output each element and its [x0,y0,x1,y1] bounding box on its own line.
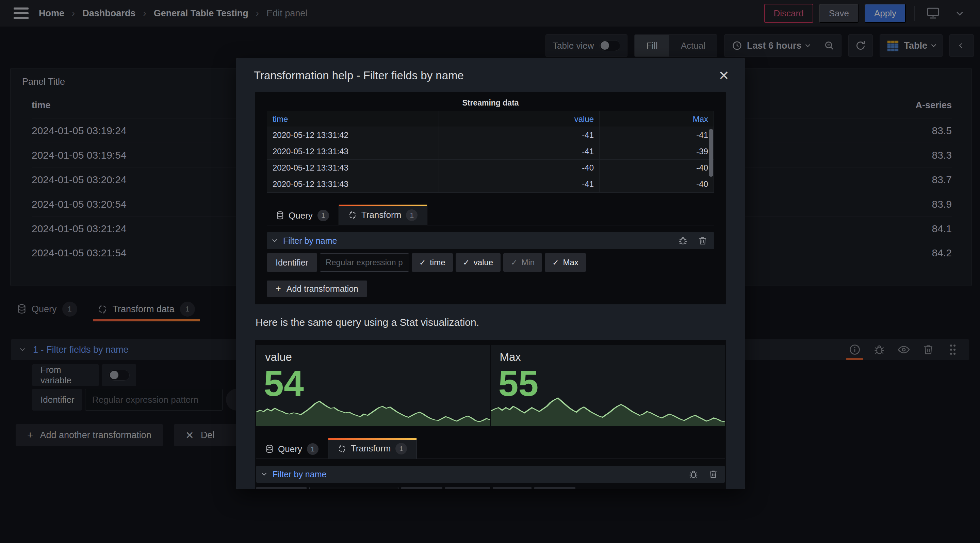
sparkline-chart [491,394,725,426]
scrollbar-thumb[interactable] [709,129,713,177]
modal-body: Streaming data time value Max 2020-05-12… [236,88,745,489]
streaming-row: 2020-05-12 13:31:43-41-40 [267,176,714,192]
field-chip-min[interactable]: ✓Min [493,487,531,489]
check-icon: ✓ [511,258,517,267]
filter-identifier-row: Identifier ✓time ✓value ✓Min ✓Max [256,487,725,489]
transform-icon [348,211,356,219]
streaming-header-value[interactable]: value [439,111,600,127]
streaming-row: 2020-05-12 13:31:43-41-39 [267,143,714,160]
field-chip-time[interactable]: ✓time [412,253,453,272]
close-icon[interactable]: ✕ [718,69,729,82]
tab-count-badge: 1 [395,443,407,454]
streaming-header-time[interactable]: time [267,111,439,127]
help-tabbar: Query 1 Transform 1 [256,438,725,459]
filter-by-name-title[interactable]: Filter by name [272,470,326,479]
tab-count-badge: 1 [406,209,417,221]
trash-icon[interactable] [708,469,719,480]
database-icon [266,444,273,454]
field-chip-min[interactable]: ✓Min [503,253,542,272]
streaming-table: time value Max 2020-05-12 13:31:42-41-41… [267,111,714,193]
database-icon [276,211,284,220]
help-example-stat: value 54 Max 55 Query [255,340,726,489]
filter-by-name-title[interactable]: Filter by name [283,236,337,246]
sparkline-chart [256,394,490,426]
field-chip-time[interactable]: ✓time [401,487,442,489]
identifier-input[interactable] [320,253,409,272]
modal-title: Transformation help - Filter fields by n… [254,69,464,82]
stat-value-cell: value 54 [256,345,490,426]
streaming-header-max[interactable]: Max [600,111,714,127]
collapse-chevron-icon[interactable] [272,237,277,242]
field-chip-max[interactable]: ✓Max [534,487,576,489]
tab-query[interactable]: Query 1 [256,439,328,459]
filter-by-name-row[interactable]: Filter by name [267,232,714,249]
tab-count-badge: 1 [307,443,318,455]
check-icon: ✓ [419,258,426,267]
tab-count-badge: 1 [318,210,329,221]
tab-query[interactable]: Query 1 [267,206,339,225]
field-chip-max[interactable]: ✓Max [545,253,586,272]
help-tabbar: Query 1 Transform 1 [267,204,714,225]
field-chip-value[interactable]: ✓value [456,253,501,272]
plus-icon: + [275,283,281,294]
filter-by-name-row[interactable]: Filter by name [256,466,725,483]
transformation-help-modal: Transformation help - Filter fields by n… [236,58,745,489]
stat-max-cell: Max 55 [490,345,725,426]
trash-icon[interactable] [697,235,708,246]
add-transformation-button[interactable]: + Add transformation [267,280,367,297]
check-icon: ✓ [552,258,559,267]
identifier-label: Identifier [267,253,317,272]
streaming-data-title: Streaming data [267,99,714,108]
collapse-chevron-icon[interactable] [262,471,266,476]
help-paragraph: Here is the same query using a Stat visu… [256,317,726,328]
grafana-edit-panel-screen: Home › Dashboards › General Table Testin… [0,0,980,543]
streaming-row: 2020-05-12 13:31:42-41-41 [267,127,714,143]
tab-transform[interactable]: Transform 1 [339,205,428,225]
stat-panel: value 54 Max 55 [256,345,725,426]
debug-bug-icon[interactable] [678,235,688,246]
identifier-label: Identifier [256,487,307,489]
debug-bug-icon[interactable] [688,469,699,480]
stat-label: value [265,351,490,364]
modal-header: Transformation help - Filter fields by n… [236,58,745,88]
transform-icon [338,444,346,453]
filter-identifier-row: Identifier ✓time ✓value ✓Min ✓Max [267,253,714,272]
field-chip-value[interactable]: ✓value [445,487,490,489]
streaming-row: 2020-05-12 13:31:43-40-40 [267,160,714,176]
stat-label: Max [500,351,725,364]
identifier-input[interactable] [309,487,398,489]
check-icon: ✓ [463,258,469,267]
tab-transform[interactable]: Transform 1 [328,438,417,459]
help-example-table: Streaming data time value Max 2020-05-12… [255,92,726,304]
